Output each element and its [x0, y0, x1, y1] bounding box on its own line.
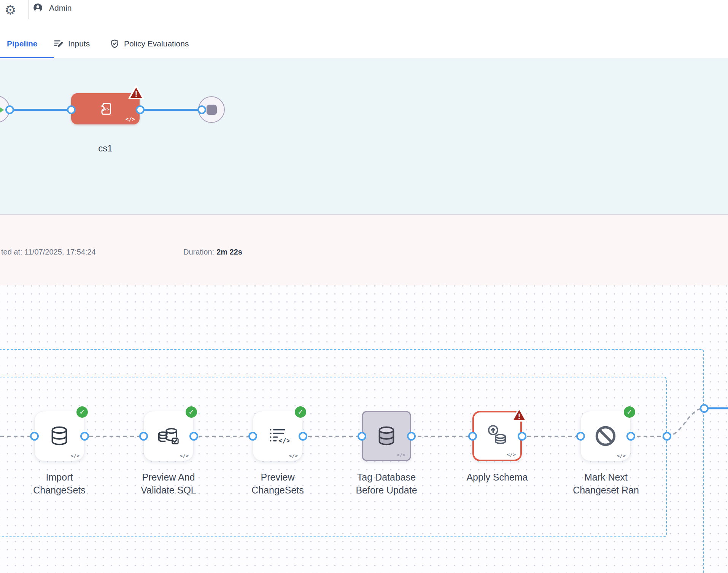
- step-connector-line: [0, 436, 667, 437]
- step-node-mark-next-changeset-ran[interactable]: </>: [580, 411, 631, 461]
- step-group-box: [0, 377, 667, 537]
- port-start-out: [5, 105, 14, 114]
- step-label: PreviewChangeSets: [224, 471, 331, 497]
- execution-graph-canvas: </> </> </> </>: [0, 285, 728, 573]
- topbar-divider: [28, 0, 29, 19]
- port: [139, 432, 148, 441]
- port: [80, 432, 89, 441]
- step-label: Preview AndValidate SQL: [115, 471, 222, 497]
- port: [576, 432, 585, 441]
- svg-text:!: !: [518, 412, 521, 420]
- stage-connector-left: [10, 109, 71, 111]
- stage-node-label: cs1: [71, 143, 140, 154]
- code-glyph: </>: [71, 453, 79, 458]
- port-cs1-out: [136, 105, 145, 114]
- list-code-icon: </>: [266, 424, 289, 448]
- port-group-exit: [663, 432, 671, 441]
- port-end-in: [197, 105, 206, 114]
- code-glyph: </>: [397, 452, 405, 458]
- custom-stage-icon: </>: [96, 100, 114, 118]
- code-glyph: </>: [180, 453, 189, 458]
- tab-policy-evaluations[interactable]: Policy Evaluations: [110, 29, 189, 58]
- ban-icon: [593, 424, 618, 448]
- code-glyph: </>: [126, 116, 135, 122]
- user-name: Admin: [49, 3, 72, 13]
- step-node-tag-database-before-update[interactable]: </>: [362, 411, 411, 461]
- port: [518, 432, 526, 441]
- step-node-preview-changesets[interactable]: </> </>: [253, 411, 303, 461]
- database-check-icon: [157, 424, 180, 448]
- error-badge: !: [511, 407, 527, 424]
- port: [358, 432, 366, 441]
- success-badge: ✓: [185, 406, 198, 419]
- upload-database-icon: [485, 424, 509, 448]
- port: [626, 432, 635, 441]
- svg-text:</>: </>: [102, 107, 110, 112]
- duration-value: 2m 22s: [216, 248, 242, 256]
- database-icon: [48, 424, 71, 448]
- duration-text: Duration:2m 22s: [183, 248, 242, 256]
- tab-pipeline[interactable]: Pipeline: [7, 29, 38, 58]
- code-glyph: </>: [507, 452, 516, 457]
- stop-icon: [207, 105, 217, 115]
- tab-policy-evaluations-label: Policy Evaluations: [124, 39, 189, 48]
- group-exit-connector: [667, 404, 728, 442]
- success-badge: ✓: [76, 406, 89, 419]
- port: [468, 432, 477, 441]
- database-icon: [375, 424, 398, 448]
- stage-connector-right: [140, 109, 202, 111]
- port-cs1-in: [67, 105, 76, 114]
- step-label: Tag DatabaseBefore Update: [333, 471, 440, 497]
- pipeline-execution-screen: ⚙ Admin Pipeline I: [0, 0, 728, 573]
- step-label: Apply Schema: [444, 471, 550, 484]
- stage-node-cs1[interactable]: </> </> !: [71, 93, 140, 124]
- code-glyph: </>: [617, 453, 626, 458]
- success-badge: ✓: [623, 406, 636, 419]
- user-avatar-icon: [33, 3, 43, 13]
- svg-text:!: !: [135, 89, 138, 98]
- step-node-preview-validate-sql[interactable]: </>: [143, 411, 194, 461]
- port: [30, 432, 39, 441]
- step-node-import-changesets[interactable]: </>: [34, 411, 84, 461]
- port: [407, 432, 416, 441]
- port-stage-exit: [700, 404, 709, 413]
- code-glyph: </>: [289, 453, 298, 458]
- top-bar: ⚙ Admin: [0, 0, 728, 29]
- port: [189, 432, 198, 441]
- stage-graph-canvas: </> </> ! cs1: [0, 58, 728, 214]
- success-badge: ✓: [294, 406, 307, 419]
- tab-pipeline-label: Pipeline: [7, 39, 38, 48]
- user-chip[interactable]: Admin: [33, 3, 72, 13]
- settings-gear-icon[interactable]: ⚙: [5, 1, 16, 19]
- shield-check-icon: [110, 39, 120, 49]
- play-icon: [0, 105, 4, 115]
- tab-row: Pipeline Inputs Policy Evaluations: [0, 29, 728, 58]
- tab-inputs[interactable]: Inputs: [53, 29, 90, 58]
- execution-status-band: ted at: 11/07/2025, 17:54:24 Duration:2m…: [0, 214, 728, 285]
- step-label: Mark NextChangeset Ran: [553, 471, 659, 497]
- inputs-edit-icon: [53, 38, 64, 49]
- error-badge: !: [128, 85, 144, 102]
- step-label: ImportChangeSets: [6, 471, 113, 497]
- duration-label: Duration:: [183, 248, 214, 256]
- svg-text:</>: </>: [278, 437, 289, 444]
- port: [299, 432, 307, 441]
- tab-inputs-label: Inputs: [68, 39, 90, 48]
- port: [248, 432, 257, 441]
- started-at-text: ted at: 11/07/2025, 17:54:24: [1, 248, 96, 256]
